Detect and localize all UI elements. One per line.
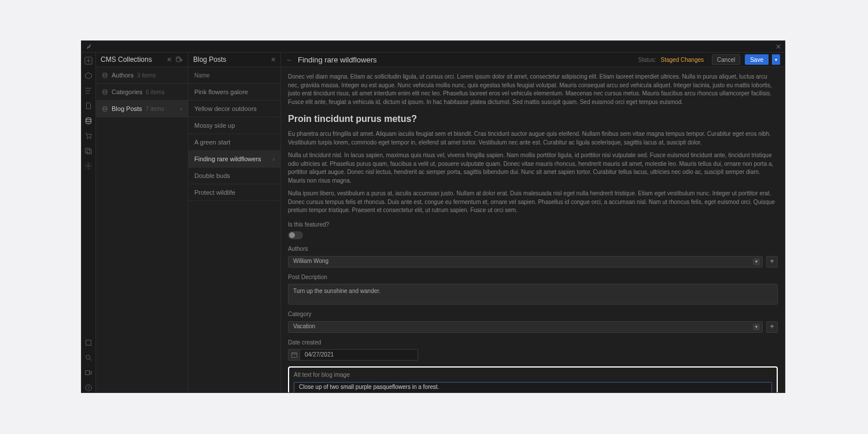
chevron-right-icon: › (180, 105, 182, 112)
post-label: Mossy side up (194, 122, 235, 129)
collections-header: CMS Collections ✕ (96, 53, 188, 67)
box-icon[interactable] (84, 71, 93, 80)
featured-label: Is this featured? (288, 221, 778, 229)
navigator-icon[interactable] (84, 86, 93, 95)
body-paragraph: Eu pharetra arcu fringilla sit amet. Ali… (288, 130, 778, 147)
authors-label: Authors (288, 245, 778, 254)
editor-panel: ← Finding rare wildflowers Status: Stage… (281, 53, 785, 392)
posts-title: Blog Posts (193, 55, 267, 64)
svg-rect-16 (291, 353, 297, 357)
posts-panel: Blog Posts ✕ Name Pink flowers galoreYel… (189, 53, 281, 392)
calendar-icon[interactable] (288, 349, 300, 361)
svg-point-2 (87, 138, 88, 139)
chevron-down-icon: ▾ (753, 258, 760, 265)
post-label: Pink flowers galore (194, 88, 248, 95)
chevron-down-icon: ▾ (753, 324, 760, 331)
svg-point-1 (86, 118, 91, 120)
post-item[interactable]: Yellow decor outdoors (189, 101, 280, 117)
collections-list: Authors3 itemsCategories6 itemsBlog Post… (96, 67, 188, 117)
post-item[interactable]: Double buds (189, 168, 280, 184)
alt-text-value: Close up of two small purple pasqueflowe… (299, 383, 439, 392)
post-label: Yellow decor outdoors (194, 105, 257, 112)
collection-count: 6 items (146, 89, 164, 95)
featured-toggle[interactable] (288, 231, 303, 239)
add-icon[interactable] (84, 56, 93, 65)
collections-title: CMS Collections (101, 55, 163, 64)
body-paragraph: Donec vel diam magna. Etiam ac sollicitu… (288, 73, 778, 106)
collection-count: 3 items (137, 72, 156, 79)
video-icon[interactable] (84, 368, 93, 377)
pages-icon[interactable] (84, 101, 93, 110)
posts-column-header: Name (189, 67, 280, 84)
webflow-logo-icon (85, 43, 92, 50)
cancel-button[interactable]: Cancel (712, 54, 740, 65)
post-item[interactable]: Pink flowers galore (189, 84, 280, 101)
post-item[interactable]: Finding rare wildflowers› (189, 151, 280, 168)
collection-count: 7 items (146, 106, 164, 112)
database-icon (102, 72, 108, 79)
svg-rect-7 (86, 340, 91, 346)
database-icon (102, 106, 108, 112)
svg-point-8 (86, 355, 90, 359)
body-paragraph: Nulla ipsum libero, vestibulum a purus a… (288, 190, 778, 215)
status-value: Staged Changes (661, 57, 704, 63)
assets-icon[interactable] (84, 146, 93, 155)
svg-rect-9 (86, 371, 90, 375)
add-category-button[interactable]: + (766, 321, 778, 333)
add-author-button[interactable]: + (766, 256, 778, 268)
collection-item[interactable]: Authors3 items (96, 67, 188, 84)
post-desc-label: Post Decription (288, 273, 778, 282)
post-label: A green start (194, 139, 230, 146)
alt-text-highlight: Alt text for blog image Close up of two … (288, 366, 778, 392)
post-item[interactable]: Protect wildlife (189, 184, 280, 201)
post-desc-textarea[interactable]: Turn up the sunshine and wander. (288, 284, 778, 305)
back-icon[interactable]: ← (286, 55, 293, 64)
help-icon[interactable]: ? (84, 383, 93, 392)
database-icon (102, 89, 108, 95)
chevron-right-icon: › (272, 155, 275, 162)
cms-icon[interactable] (84, 116, 93, 125)
svg-point-12 (176, 57, 180, 58)
close-icon[interactable]: ✕ (167, 56, 172, 64)
add-collection-icon[interactable] (175, 56, 183, 63)
editor-body: Donec vel diam magna. Etiam ac sollicitu… (281, 67, 785, 392)
category-value: Vacation (293, 322, 315, 331)
save-dropdown-icon[interactable]: ▾ (772, 54, 780, 65)
category-select[interactable]: Vacation ▾ (288, 321, 763, 333)
svg-point-14 (103, 90, 107, 91)
close-icon[interactable]: ✕ (271, 56, 276, 64)
posts-header: Blog Posts ✕ (189, 53, 280, 67)
device-icon[interactable] (84, 338, 93, 347)
app-window: ✕ ? CMS Collections ✕ (81, 40, 785, 393)
date-input[interactable]: 04/27/2021 (300, 349, 418, 361)
main-area: ? CMS Collections ✕ Authors3 itemsCatego… (82, 53, 785, 392)
svg-text:?: ? (87, 386, 90, 390)
settings-icon[interactable] (84, 161, 93, 170)
post-label: Protect wildlife (194, 189, 235, 196)
column-name-label: Name (194, 72, 210, 79)
post-label: Double buds (194, 172, 230, 179)
post-item[interactable]: Mossy side up (189, 117, 280, 134)
ecommerce-icon[interactable] (84, 131, 93, 140)
search-icon[interactable] (84, 353, 93, 362)
collection-label: Categories (112, 88, 142, 95)
collection-item[interactable]: Blog Posts7 items› (96, 101, 188, 117)
alt-text-label: Alt text for blog image (294, 371, 772, 380)
alt-text-input[interactable]: Close up of two small purple pasqueflowe… (294, 382, 772, 392)
left-rail: ? (82, 53, 96, 392)
post-item[interactable]: A green start (189, 134, 280, 151)
svg-point-6 (87, 165, 90, 167)
svg-rect-5 (87, 150, 91, 154)
date-label: Date created (288, 339, 778, 347)
window-close-icon[interactable]: ✕ (775, 43, 781, 51)
svg-point-13 (103, 73, 107, 75)
save-button[interactable]: Save (745, 54, 769, 65)
date-value: 04/27/2021 (305, 351, 334, 359)
authors-select[interactable]: William Wong ▾ (288, 256, 763, 268)
post-desc-value: Turn up the sunshine and wander. (293, 288, 381, 294)
editor-title: Finding rare wildflowers (298, 55, 633, 64)
status-label: Status: (638, 57, 656, 63)
collection-item[interactable]: Categories6 items (96, 84, 188, 101)
authors-value: William Wong (293, 257, 328, 266)
body-heading: Proin tincidunt purus metus? (288, 112, 778, 125)
